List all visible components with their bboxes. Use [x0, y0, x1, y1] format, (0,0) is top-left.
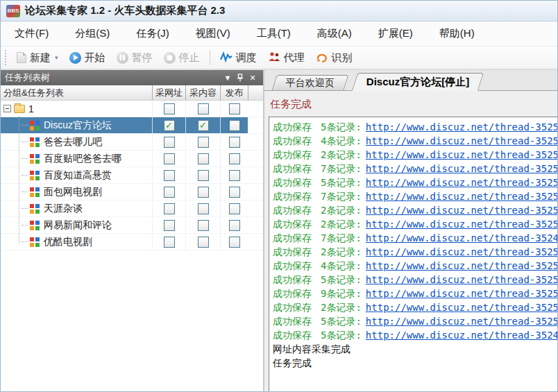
group-row[interactable]: 1 — [1, 101, 263, 117]
pause-icon — [117, 52, 128, 64]
check-collect-content[interactable] — [198, 137, 209, 148]
toolbar: 新建 ▾ 开始 暂停 停止 调度 代理 识别 — [1, 46, 557, 70]
log-url-link[interactable]: http://www.discuz.net/thread-3524763 — [366, 330, 557, 341]
log-url-link[interactable]: http://www.discuz.net/thread-3525844 — [366, 260, 557, 271]
pin-icon[interactable] — [234, 72, 246, 83]
group-check-collect-content[interactable] — [198, 103, 209, 114]
check-collect-url[interactable] — [164, 170, 175, 181]
check-collect-url[interactable] — [164, 137, 175, 148]
check-collect-url[interactable] — [164, 187, 175, 198]
log-record-count: 7条记录: — [321, 191, 362, 202]
group-check-publish[interactable] — [229, 103, 240, 114]
task-icon — [30, 204, 40, 214]
group-check-collect-url[interactable] — [164, 103, 175, 114]
task-row[interactable]: 优酷电视剧 — [1, 234, 263, 250]
log-url-link[interactable]: http://www.discuz.net/thread-3525867 — [366, 135, 557, 146]
log-entry: 成功保存2条记录:http://www.discuz.net/thread-35… — [273, 217, 557, 231]
check-collect-content[interactable] — [198, 220, 209, 231]
check-collect-content[interactable] — [198, 153, 209, 164]
task-row[interactable]: Discuz官方论坛 — [1, 117, 263, 134]
log-url-link[interactable]: http://www.discuz.net/thread-3525857 — [366, 149, 557, 160]
check-collect-content[interactable] — [198, 237, 209, 248]
menu-extend[interactable]: 扩展(E) — [369, 22, 423, 45]
task-row[interactable]: 百度贴吧爸爸去哪 — [1, 151, 263, 167]
stop-button[interactable]: 停止 — [158, 49, 205, 67]
check-publish[interactable] — [229, 220, 240, 231]
task-row[interactable]: 面包网电视剧 — [1, 184, 263, 201]
menu-tools[interactable]: 工具(T) — [247, 22, 301, 45]
task-label: 百度贴吧爸爸去哪 — [44, 153, 121, 165]
log-url-link[interactable]: http://www.discuz.net/thread-3525825 — [366, 219, 557, 230]
check-collect-url[interactable] — [164, 220, 175, 231]
log-entry: 成功保存2条记录:http://www.discuz.net/thread-35… — [273, 148, 557, 162]
log-url-link[interactable]: http://www.discuz.net/thread-3525777 — [366, 316, 557, 327]
panel-dropdown-icon[interactable]: ▼ — [221, 72, 234, 83]
proxy-button[interactable]: 代理 — [262, 49, 310, 67]
check-collect-url[interactable] — [164, 120, 175, 131]
log-entry: 成功保存9条记录:http://www.discuz.net/thread-35… — [273, 287, 557, 300]
menu-task[interactable]: 任务(J) — [126, 22, 179, 45]
check-collect-content[interactable] — [198, 120, 209, 131]
menu-group[interactable]: 分组(S) — [65, 22, 119, 45]
menu-help[interactable]: 帮助(H) — [430, 22, 484, 45]
log-save-status: 成功保存 — [273, 274, 312, 285]
task-row[interactable]: 百度知道高悬赏 — [1, 167, 263, 184]
log-record-count: 9条记录: — [321, 288, 362, 299]
task-row[interactable]: 爸爸去哪儿吧 — [1, 134, 263, 151]
log-url-link[interactable]: http://www.discuz.net/thread-3525792 — [366, 288, 557, 299]
log-record-count: 2条记录: — [321, 149, 362, 160]
check-publish[interactable] — [229, 137, 240, 148]
log-lines: 成功保存5条记录:http://www.discuz.net/thread-35… — [273, 120, 557, 342]
task-label: Discuz官方论坛 — [44, 119, 112, 132]
check-publish[interactable] — [229, 203, 240, 214]
tab-discuz-task[interactable]: Discuz官方论坛[停止] — [352, 73, 484, 91]
collapse-expander-icon[interactable] — [3, 105, 11, 112]
check-publish[interactable] — [229, 120, 240, 131]
log-save-status: 成功保存 — [273, 219, 312, 230]
play-icon — [69, 52, 81, 64]
menu-file[interactable]: 文件(F) — [5, 22, 58, 45]
start-button[interactable]: 开始 — [64, 49, 111, 67]
log-url-link[interactable]: http://www.discuz.net/thread-3525850 — [366, 246, 557, 257]
toolbar-grip[interactable] — [5, 50, 8, 65]
log-url-link[interactable]: http://www.discuz.net/thread-3525861 — [366, 163, 557, 174]
dropdown-caret-icon[interactable]: ▾ — [55, 54, 58, 61]
log-url-link[interactable]: http://www.discuz.net/thread-3525778 — [366, 205, 557, 216]
log-save-status: 成功保存 — [273, 316, 312, 327]
task-row[interactable]: 天涯杂谈 — [1, 201, 263, 217]
task-icon — [30, 154, 40, 164]
new-button[interactable]: 新建 ▾ — [11, 49, 64, 67]
log-entry: 成功保存4条记录:http://www.discuz.net/thread-35… — [273, 134, 557, 148]
app-icon: BBS — [6, 5, 20, 17]
menu-view[interactable]: 视图(V) — [186, 22, 240, 45]
log-box[interactable]: 成功保存5条记录:http://www.discuz.net/thread-35… — [269, 117, 557, 391]
log-url-link[interactable]: http://www.discuz.net/thread-3525259 — [366, 191, 557, 202]
recognize-button[interactable]: 识别 — [310, 49, 358, 67]
task-tree: 1 Discuz官方论坛 爸爸去哪儿吧 — [1, 101, 263, 391]
log-save-status: 成功保存 — [273, 260, 312, 271]
check-collect-url[interactable] — [164, 153, 175, 164]
schedule-button[interactable]: 调度 — [214, 49, 262, 67]
pause-button[interactable]: 暂停 — [111, 49, 158, 67]
log-record-count: 2条记录: — [321, 302, 362, 313]
check-collect-content[interactable] — [198, 203, 209, 214]
log-url-link[interactable]: http://www.discuz.net/thread-3524907 — [366, 232, 557, 244]
log-footer-line: 网址内容采集完成 — [273, 342, 557, 356]
check-collect-content[interactable] — [198, 187, 209, 198]
log-url-link[interactable]: http://www.discuz.net/thread-3525400 — [366, 121, 557, 133]
log-url-link[interactable]: http://www.discuz.net/thread-3525821 — [366, 177, 557, 188]
check-publish[interactable] — [229, 237, 240, 248]
tab-platform-welcome[interactable]: 平台欢迎页 — [271, 75, 348, 90]
check-publish[interactable] — [229, 153, 240, 164]
check-collect-url[interactable] — [164, 203, 175, 214]
check-publish[interactable] — [229, 170, 240, 181]
check-publish[interactable] — [229, 187, 240, 198]
log-url-link[interactable]: http://www.discuz.net/thread-3525795 — [366, 274, 557, 285]
check-collect-url[interactable] — [164, 237, 175, 248]
task-row[interactable]: 网易新闻和评论 — [1, 217, 263, 234]
menu-advanced[interactable]: 高级(A) — [307, 22, 362, 45]
close-icon[interactable]: ✕ — [246, 72, 259, 83]
log-entry: 成功保存5条记录:http://www.discuz.net/thread-35… — [273, 314, 557, 328]
check-collect-content[interactable] — [198, 170, 209, 181]
log-url-link[interactable]: http://www.discuz.net/thread-3525805 — [366, 302, 557, 313]
